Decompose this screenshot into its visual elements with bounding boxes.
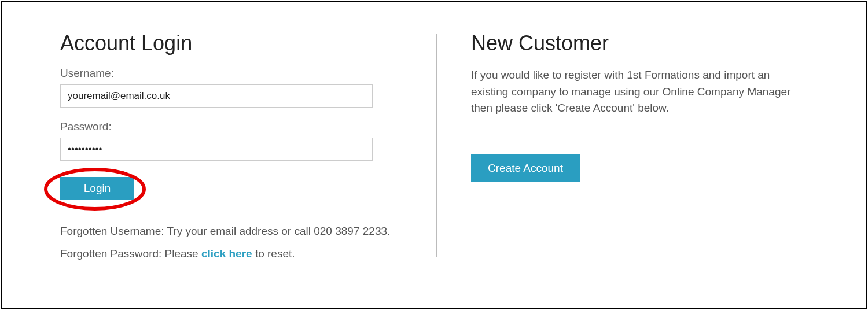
- account-login-section: Account Login Username: Password: Login …: [60, 31, 431, 285]
- forgot-password-text: Forgotten Password: Please click here to…: [60, 246, 396, 263]
- password-input[interactable]: [60, 138, 373, 161]
- forgot-password-suffix: to reset.: [252, 248, 295, 260]
- forgot-password-prefix: Forgotten Password: Please: [60, 248, 201, 260]
- login-panel-frame: Account Login Username: Password: Login …: [1, 1, 867, 309]
- password-label: Password:: [60, 120, 396, 133]
- login-button[interactable]: Login: [60, 177, 134, 200]
- username-label: Username:: [60, 67, 396, 80]
- new-customer-section: New Customer If you would like to regist…: [431, 31, 808, 285]
- new-customer-description: If you would like to register with 1st F…: [471, 67, 795, 117]
- forgot-password-link[interactable]: click here: [201, 248, 252, 260]
- login-button-wrap: Login: [60, 177, 134, 200]
- forgot-username-text: Forgotten Username: Try your email addre…: [60, 223, 396, 240]
- username-input[interactable]: [60, 84, 373, 108]
- create-account-button[interactable]: Create Account: [471, 154, 580, 182]
- new-customer-heading: New Customer: [471, 31, 808, 56]
- vertical-divider: [436, 34, 437, 257]
- login-heading: Account Login: [60, 31, 396, 56]
